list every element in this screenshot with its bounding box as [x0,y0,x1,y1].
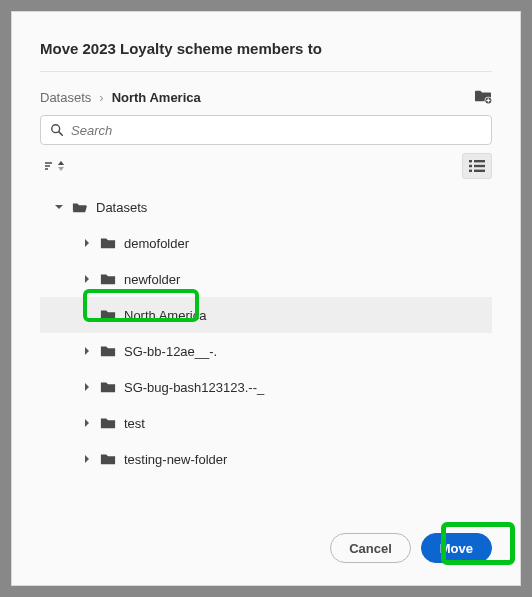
folder-tree: Datasets demofolder newfolder North Amer… [40,189,492,519]
dialog-title: Move 2023 Loyalty scheme members to [40,40,492,72]
view-list-icon[interactable] [462,153,492,179]
tree-item-demofolder[interactable]: demofolder [40,225,492,261]
folder-icon [100,416,116,430]
search-input[interactable] [40,115,492,145]
chevron-down-icon[interactable] [54,202,64,212]
tree-root-label: Datasets [96,200,147,215]
tree-item-north-america[interactable]: North America [40,297,492,333]
search-icon [50,123,64,137]
sort-button[interactable] [40,159,68,173]
tree-item-test[interactable]: test [40,405,492,441]
svg-rect-7 [474,160,485,162]
svg-line-5 [59,132,62,135]
tree-root[interactable]: Datasets [40,189,492,225]
tree-item-sg-bug-bash[interactable]: SG-bug-bash123123.--_ [40,369,492,405]
folder-icon [100,308,116,322]
svg-rect-3 [486,100,490,101]
breadcrumb: Datasets › North America [40,90,201,105]
folder-open-icon [72,200,88,214]
tree-item-label: testing-new-folder [124,452,227,467]
svg-rect-9 [474,165,485,167]
new-folder-icon[interactable] [474,88,492,107]
tree-item-label: newfolder [124,272,180,287]
tree-item-sg-bb[interactable]: SG-bb-12ae__-. [40,333,492,369]
folder-icon [100,380,116,394]
svg-rect-11 [474,170,485,172]
tree-item-label: test [124,416,145,431]
chevron-right-icon[interactable] [82,382,92,392]
chevron-right-icon[interactable] [82,274,92,284]
tree-item-label: North America [124,308,206,323]
svg-rect-6 [469,160,472,162]
svg-rect-8 [469,165,472,167]
breadcrumb-current: North America [112,90,201,105]
tree-item-newfolder[interactable]: newfolder [40,261,492,297]
breadcrumb-root[interactable]: Datasets [40,90,91,105]
chevron-right-icon[interactable] [82,454,92,464]
dialog-actions: Cancel Move [40,533,492,563]
folder-icon [100,344,116,358]
chevron-right-icon[interactable] [82,238,92,248]
tree-toolbar [40,153,492,179]
search-field[interactable] [40,115,492,145]
chevron-right-icon[interactable] [82,346,92,356]
tree-item-label: SG-bug-bash123123.--_ [124,380,264,395]
move-button[interactable]: Move [421,533,492,563]
svg-rect-10 [469,170,472,172]
chevron-right-icon: › [99,90,103,105]
tree-item-label: demofolder [124,236,189,251]
tree-item-testing-new-folder[interactable]: testing-new-folder [40,441,492,477]
chevron-right-icon[interactable] [82,418,92,428]
folder-icon [100,452,116,466]
folder-icon [100,236,116,250]
tree-item-label: SG-bb-12ae__-. [124,344,217,359]
cancel-button[interactable]: Cancel [330,533,411,563]
folder-icon [100,272,116,286]
breadcrumb-row: Datasets › North America [40,88,492,107]
move-dialog: Move 2023 Loyalty scheme members to Data… [11,11,521,586]
